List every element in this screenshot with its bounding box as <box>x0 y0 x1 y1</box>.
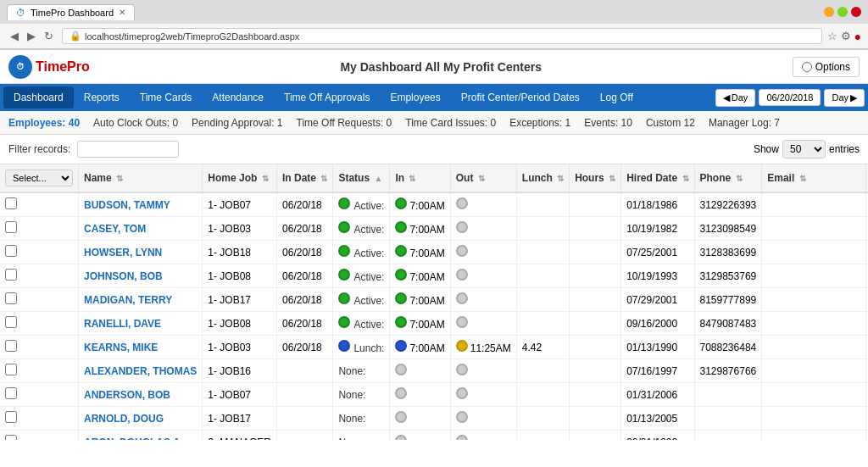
col-header-indate[interactable]: In Date ⇅ <box>277 164 333 192</box>
employee-name-link[interactable]: BUDSON, TAMMY <box>84 199 170 211</box>
row-checkbox[interactable] <box>5 340 17 352</box>
employees-link[interactable]: Employees: 40 <box>8 117 80 129</box>
entries-label: entries <box>829 143 860 155</box>
nav-item-logoff[interactable]: Log Off <box>590 86 643 108</box>
back-button[interactable]: ◀ <box>7 28 22 44</box>
row-email-cell <box>762 383 866 407</box>
employee-name-link[interactable]: RANELLI, DAVE <box>84 318 161 330</box>
show-label: Show <box>754 143 779 155</box>
filter-input[interactable] <box>77 141 179 158</box>
row-checkbox-cell <box>0 217 79 241</box>
row-select-filter[interactable]: Select... <box>5 170 73 186</box>
tab-favicon: ⏱ <box>16 8 25 18</box>
employee-name-link[interactable]: JOHNSON, BOB <box>84 270 163 282</box>
day-next-button[interactable]: Day ▶ <box>824 89 865 107</box>
employee-name-link[interactable]: MADIGAN, TERRY <box>84 294 172 306</box>
row-checkbox[interactable] <box>5 364 17 375</box>
lock-icon: 🔒 <box>70 31 81 42</box>
minimize-button[interactable] <box>824 7 834 17</box>
row-checkbox[interactable] <box>5 435 17 440</box>
forward-button[interactable]: ▶ <box>24 28 39 44</box>
star-icon[interactable]: ☆ <box>827 30 837 42</box>
row-hireddate-cell: 06/01/1990 <box>621 431 694 441</box>
row-status-cell: None: <box>333 431 390 441</box>
row-checkbox[interactable] <box>5 269 17 281</box>
col-header-status[interactable]: Status ▲ <box>333 164 390 192</box>
status-text: Lunch: <box>353 342 384 354</box>
row-hireddate-cell: 07/25/2001 <box>621 241 694 264</box>
sort-icon-name: ⇅ <box>116 174 123 183</box>
row-checkbox[interactable] <box>5 221 17 233</box>
row-checkbox[interactable] <box>5 292 17 304</box>
row-out-cell: 11:25AM <box>450 336 516 359</box>
row-checkbox[interactable] <box>5 387 17 399</box>
row-out-cell <box>450 312 516 336</box>
browser-tab[interactable]: ⏱ TimePro Dashboard ✕ <box>7 4 135 20</box>
refresh-button[interactable]: ↻ <box>41 28 57 44</box>
col-header-hireddate[interactable]: Hired Date ⇅ <box>621 164 694 192</box>
row-in-cell <box>390 359 450 383</box>
row-name-cell: JOHNSON, BOB <box>79 264 203 288</box>
employee-name-link[interactable]: ARON, DOUGLAS A <box>84 436 181 441</box>
options-button[interactable]: Options <box>793 57 860 77</box>
nav-item-reports[interactable]: Reports <box>74 86 130 108</box>
extension-icon[interactable]: ⚙ <box>841 30 851 42</box>
row-indate-cell <box>277 407 333 431</box>
row-hireddate-cell: 10/19/1982 <box>621 217 694 241</box>
col-header-phone[interactable]: Phone ⇅ <box>694 164 762 192</box>
employee-name-link[interactable]: CASEY, TOM <box>84 223 146 235</box>
col-header-name[interactable]: Name ⇅ <box>79 164 203 192</box>
close-button[interactable] <box>851 7 861 17</box>
nav-item-employees[interactable]: Employees <box>380 86 450 108</box>
maximize-button[interactable] <box>837 7 848 17</box>
logo-time: Time <box>36 59 67 74</box>
employee-name-link[interactable]: ANDERSON, BOB <box>84 389 170 401</box>
row-in-cell: 7:00AM <box>390 192 450 217</box>
nav-item-profitcenter[interactable]: Profit Center/Period Dates <box>451 86 590 108</box>
row-homejob-cell: 1- JOB07 <box>203 383 277 407</box>
nav-item-dashboard[interactable]: Dashboard <box>3 86 74 108</box>
logo: ⏱ TimePro <box>8 55 90 79</box>
employee-name-link[interactable]: KEARNS, MIKE <box>84 342 158 353</box>
status-text: Active: <box>353 319 384 331</box>
row-checkbox[interactable] <box>5 197 17 209</box>
row-name-cell: ARON, DOUGLAS A <box>79 431 203 441</box>
custom-status: Custom 12 <box>646 117 695 129</box>
row-status-cell: Active: <box>333 241 390 264</box>
row-email-cell <box>762 241 866 264</box>
show-select[interactable]: 50 25 100 <box>782 140 826 158</box>
tab-close-button[interactable]: ✕ <box>119 8 125 17</box>
status-text: None: <box>338 365 365 377</box>
col-header-lunch[interactable]: Lunch ⇅ <box>516 164 569 192</box>
day-prev-button[interactable]: ◀ Day <box>715 89 756 107</box>
row-checkbox[interactable] <box>5 411 17 423</box>
row-hireddate-cell: 01/18/1986 <box>621 192 694 217</box>
col-header-homejob[interactable]: Home Job ⇅ <box>203 164 277 192</box>
row-checkbox[interactable] <box>5 316 17 328</box>
in-dot-icon <box>395 387 407 399</box>
address-bar[interactable]: 🔒 localhost/timeprog2web/TimeproG2Dashbo… <box>62 28 822 44</box>
status-dot-icon <box>338 292 350 304</box>
nav-item-attendance[interactable]: Attendance <box>202 86 274 108</box>
table-row: HOWSER, LYNN1- JOB1806/20/18Active:7:00A… <box>0 241 868 264</box>
row-email-cell <box>762 217 866 241</box>
nav-item-timeoff[interactable]: Time Off Approvals <box>274 86 380 108</box>
employee-name-link[interactable]: ARNOLD, DOUG <box>84 413 164 425</box>
sort-icon-hours: ⇅ <box>609 174 615 183</box>
employee-name-link[interactable]: ALEXANDER, THOMAS <box>84 365 197 377</box>
row-in-cell: 7:00AM <box>390 288 450 312</box>
in-dot-icon <box>395 197 407 209</box>
row-lunch-cell <box>516 288 569 312</box>
col-header-hours[interactable]: Hours ⇅ <box>570 164 621 192</box>
col-header-email[interactable]: Email ⇅ <box>762 164 866 192</box>
row-homejob-cell: 1- JOB03 <box>203 217 277 241</box>
col-header-in[interactable]: In ⇅ <box>390 164 450 192</box>
row-checkbox[interactable] <box>5 245 17 257</box>
row-indate-cell <box>277 359 333 383</box>
nav-item-timecards[interactable]: Time Cards <box>130 86 203 108</box>
status-text: Active: <box>353 224 384 236</box>
row-out-cell <box>450 192 516 217</box>
col-header-out[interactable]: Out ⇅ <box>450 164 516 192</box>
employee-name-link[interactable]: HOWSER, LYNN <box>84 247 162 259</box>
row-checkbox-cell <box>0 431 79 441</box>
